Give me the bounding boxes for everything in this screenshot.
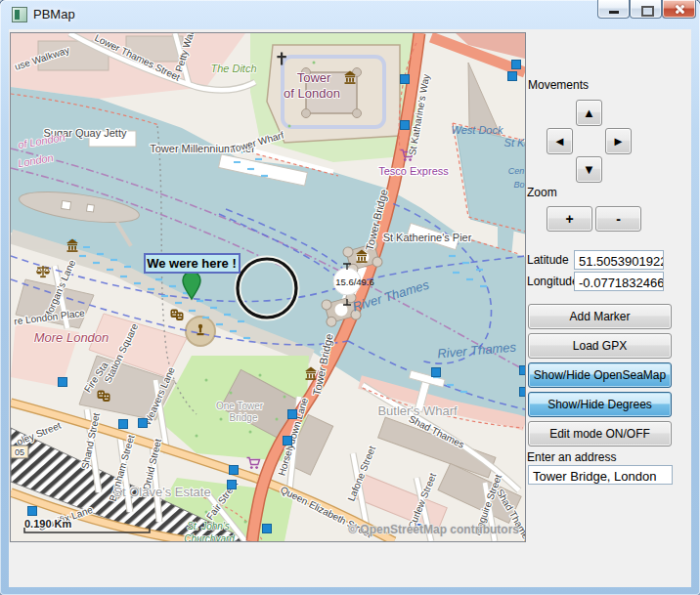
maximize-button[interactable] xyxy=(630,0,662,19)
address-label: Enter an address xyxy=(527,450,616,464)
zoom-out-button[interactable]: - xyxy=(595,206,641,232)
svg-text:West Dock: West Dock xyxy=(452,124,503,136)
app-icon xyxy=(12,7,27,22)
svg-text:Churchyard: Churchyard xyxy=(184,533,235,541)
svg-text:Cen: Cen xyxy=(508,166,525,176)
move-right-button[interactable]: ► xyxy=(605,128,632,154)
latitude-input[interactable] xyxy=(574,250,664,270)
svg-text:05: 05 xyxy=(15,447,24,457)
address-input[interactable] xyxy=(528,465,673,485)
move-left-button[interactable]: ◄ xyxy=(547,128,573,154)
longitude-input[interactable] xyxy=(574,272,664,291)
svg-text:Tesco Express: Tesco Express xyxy=(378,165,449,177)
client-area: P xyxy=(9,29,691,587)
map-attribution: © OpenStreetMap contributors xyxy=(348,523,519,536)
map-canvas[interactable]: P xyxy=(10,32,526,542)
load-gpx-button[interactable]: Load GPX xyxy=(528,333,672,359)
app-window: PBMap xyxy=(0,0,700,595)
longitude-label: Longitude xyxy=(527,275,579,288)
svg-text:Bo: Bo xyxy=(513,180,524,190)
svg-text:One Tower: One Tower xyxy=(216,401,264,411)
minimize-button[interactable] xyxy=(597,0,630,19)
we-were-here-label[interactable]: We were here ! xyxy=(145,254,240,273)
svg-text:St Olave's Estate: St Olave's Estate xyxy=(113,485,210,499)
move-up-button[interactable]: ▲ xyxy=(576,100,602,126)
zoom-in-button[interactable]: + xyxy=(547,206,592,232)
svg-text:St Ka: St Ka xyxy=(504,137,525,149)
movements-label: Movements xyxy=(528,78,589,92)
svg-text:St. John's: St. John's xyxy=(187,521,230,531)
latitude-label: Latitude xyxy=(527,253,569,267)
road-ref-badge: 05 xyxy=(11,446,28,458)
svg-text:The Ditch: The Ditch xyxy=(210,63,256,74)
svg-text:of London: of London xyxy=(284,86,340,101)
move-down-button[interactable]: ▼ xyxy=(576,156,602,183)
edit-mode-button[interactable]: Edit mode ON/OFF xyxy=(528,421,672,446)
svg-text:We were here !: We were here ! xyxy=(147,256,237,271)
svg-text:St Katherine's Pier: St Katherine's Pier xyxy=(383,232,472,243)
close-button[interactable] xyxy=(662,0,696,19)
svg-text:0.190 Km: 0.190 Km xyxy=(24,518,72,530)
svg-text:Tower: Tower xyxy=(297,70,331,85)
svg-text:15.6/49.6: 15.6/49.6 xyxy=(335,276,374,287)
zoom-label: Zoom xyxy=(527,186,557,199)
svg-text:More London: More London xyxy=(34,330,109,345)
toggle-openseamap-button[interactable]: Show/Hide OpenSeaMap xyxy=(528,362,672,388)
toggle-degrees-button[interactable]: Show/Hide Degrees xyxy=(528,392,672,417)
svg-text:Bridge: Bridge xyxy=(230,412,258,423)
title-bar[interactable]: PBMap xyxy=(0,0,700,29)
window-title: PBMap xyxy=(33,7,75,21)
add-marker-button[interactable]: Add Marker xyxy=(528,304,672,329)
